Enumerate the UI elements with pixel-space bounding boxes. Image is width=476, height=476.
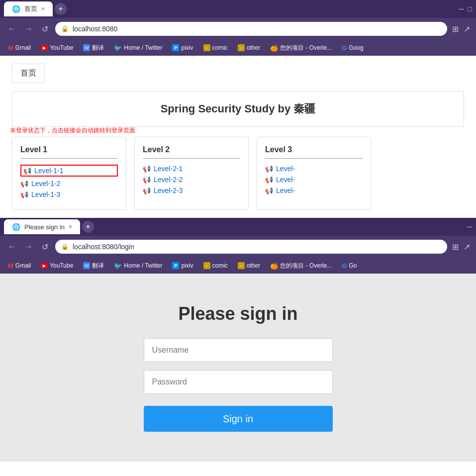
translate-icon-1[interactable]: ⊞ [452, 24, 459, 34]
tab-favicon-1: 🌐 [12, 5, 20, 13]
level-3-link-1-text: Level- [276, 165, 295, 173]
level-3-link-1[interactable]: 📢 Level- [265, 165, 363, 173]
share-icon-2[interactable]: ↗ [464, 242, 470, 252]
megaphone-icon-3-1: 📢 [265, 165, 273, 173]
page-nav-text: 首页 [20, 69, 36, 77]
back-button-1[interactable]: ← [6, 22, 18, 35]
level-2-divider [143, 158, 240, 159]
level-2-link-1-text: Level-2-1 [154, 165, 183, 173]
bookmark-project-2[interactable]: 🍊 您的项目 - Overle... [266, 261, 336, 271]
bookmark-pixiv-1[interactable]: P pixiv [168, 43, 197, 52]
megaphone-icon-2-3: 📢 [143, 187, 151, 194]
level-card-2: Level 2 📢 Level-2-1 📢 Level-2-2 📢 Level-… [134, 137, 249, 210]
twitter-icon-1: 🐦 [114, 44, 122, 52]
lock-icon-1: 🔒 [61, 25, 69, 32]
browser-window-2: 🌐 Please sign in × + ─ ← → ↺ 🔒 localhost… [0, 218, 476, 462]
forward-button-2[interactable]: → [23, 240, 35, 253]
address-input-2[interactable]: 🔒 localhost:8080/login [55, 240, 447, 254]
level-1-link-3[interactable]: 📢 Level-1-3 [20, 190, 118, 198]
gmail-icon-1: M [8, 44, 13, 52]
bookmark-project-1[interactable]: 🍊 您的项目 - Overle... [266, 43, 336, 53]
bookmark-google-1[interactable]: G Goog [338, 43, 367, 53]
tab-new-1[interactable]: + [55, 3, 67, 15]
bookmark-other-1[interactable]: ▪ other [234, 43, 264, 52]
username-input[interactable] [144, 338, 333, 362]
level-1-link-2-text: Level-1-2 [31, 180, 60, 188]
address-input-1[interactable]: 🔒 localhost:8080 [55, 22, 447, 36]
page-content-1: 首页 Spring Security Study by 秦疆 未登录状态下，点击… [0, 56, 476, 218]
tab-close-1[interactable]: × [41, 5, 45, 12]
tab-favicon-2: 🌐 [12, 223, 20, 231]
forward-button-1[interactable]: → [23, 22, 35, 35]
level-2-link-2[interactable]: 📢 Level-2-2 [143, 176, 240, 184]
bookmark-youtube-2[interactable]: ▶ YouTube [37, 261, 77, 270]
megaphone-icon-3-3: 📢 [265, 187, 273, 194]
level-3-link-2[interactable]: 📢 Level- [265, 176, 363, 184]
pixiv-icon-1: P [172, 44, 179, 51]
refresh-button-2[interactable]: ↺ [40, 240, 50, 254]
page-nav-1[interactable]: 首页 [12, 64, 45, 83]
bookmark-youtube-1[interactable]: ▶ YouTube [37, 43, 77, 52]
comic-icon-2: ▪ [203, 262, 210, 269]
bookmark-gmail-2[interactable]: M Gmail [4, 261, 35, 271]
bookmark-other-2[interactable]: ▪ other [234, 261, 264, 270]
maximize-icon[interactable]: □ [468, 5, 472, 13]
bookmark-comic-2[interactable]: ▪ comic [199, 261, 232, 270]
password-input[interactable] [144, 370, 333, 394]
address-bar-1: ← → ↺ 🔒 localhost:8080 ⊞ ↗ [0, 18, 476, 40]
address-bar-2: ← → ↺ 🔒 localhost:8080/login ⊞ ↗ [0, 236, 476, 258]
pixiv-icon-2: P [172, 262, 179, 269]
other-icon-1: ▪ [238, 44, 245, 51]
page-title-box: Spring Security Study by 秦疆 [12, 91, 464, 127]
tab-label-1: 首页 [24, 4, 37, 13]
level-3-link-3[interactable]: 📢 Level- [265, 187, 363, 194]
megaphone-icon-1-1: 📢 [23, 167, 31, 175]
refresh-button-1[interactable]: ↺ [40, 22, 50, 36]
browser-window-1: 🌐 首页 × + ─ □ ← → ↺ 🔒 localhost:8080 ⊞ ↗ … [0, 0, 476, 218]
bookmark-translate-2[interactable]: W 翻译 [79, 261, 108, 271]
project-icon-1: 🍊 [270, 44, 278, 52]
megaphone-icon-1-3: 📢 [20, 191, 28, 198]
lock-icon-2: 🔒 [61, 243, 69, 250]
login-page: Please sign in Sign in [0, 274, 476, 462]
level-2-link-3[interactable]: 📢 Level-2-3 [143, 187, 240, 194]
sign-in-button[interactable]: Sign in [144, 406, 333, 432]
bookmark-google-2[interactable]: G Go [338, 261, 361, 271]
bookmark-gmail-1[interactable]: M Gmail [4, 43, 35, 53]
bookmark-translate-1[interactable]: W 翻译 [79, 43, 108, 53]
translate-icon-2[interactable]: ⊞ [452, 242, 459, 252]
megaphone-icon-2-1: 📢 [143, 165, 151, 173]
levels-row: 未登录状态下，点击链接会自动跳转到登录页面 Level 1 📢 Level-1-… [12, 137, 464, 210]
level-1-title: Level 1 [20, 145, 118, 154]
tab-close-2[interactable]: × [69, 223, 72, 230]
level-3-divider [265, 158, 363, 159]
tab-active-2[interactable]: 🌐 Please sign in × [4, 219, 80, 234]
tab-new-2[interactable]: + [82, 221, 94, 233]
share-icon-1[interactable]: ↗ [464, 24, 470, 34]
bookmark-twitter-1[interactable]: 🐦 Home / Twitter [110, 43, 166, 53]
level-2-title: Level 2 [143, 145, 240, 154]
other-icon-2: ▪ [238, 262, 245, 269]
megaphone-icon-1-2: 📢 [20, 180, 28, 188]
address-text-2: localhost:8080/login [73, 243, 134, 251]
level-2-link-1[interactable]: 📢 Level-2-1 [143, 165, 240, 173]
back-button-2[interactable]: ← [6, 240, 18, 253]
page-title: Spring Security Study by 秦疆 [161, 102, 316, 115]
bookmark-bar-2: M Gmail ▶ YouTube W 翻译 🐦 Home / Twitter … [0, 258, 476, 274]
minimize-icon[interactable]: ─ [459, 5, 464, 13]
level-1-divider [20, 158, 118, 159]
tab-label-2: Please sign in [24, 223, 65, 231]
tab-active-1[interactable]: 🌐 首页 × [4, 1, 53, 16]
bookmark-twitter-2[interactable]: 🐦 Home / Twitter [110, 261, 166, 271]
tab-bar-2: 🌐 Please sign in × + ─ [0, 218, 476, 236]
comic-icon-1: ▪ [203, 44, 210, 51]
level-1-link-2[interactable]: 📢 Level-1-2 [20, 180, 118, 188]
translate-bm-icon-1: W [83, 44, 90, 51]
level-1-link-1[interactable]: 📢 Level-1-1 [20, 165, 118, 177]
login-title: Please sign in [178, 303, 297, 324]
level-2-link-3-text: Level-2-3 [154, 187, 183, 194]
bookmark-comic-1[interactable]: ▪ comic [199, 43, 232, 52]
minimize-icon-2[interactable]: ─ [467, 223, 472, 231]
bookmark-bar-1: M Gmail ▶ YouTube W 翻译 🐦 Home / Twitter … [0, 40, 476, 56]
bookmark-pixiv-2[interactable]: P pixiv [168, 261, 197, 270]
